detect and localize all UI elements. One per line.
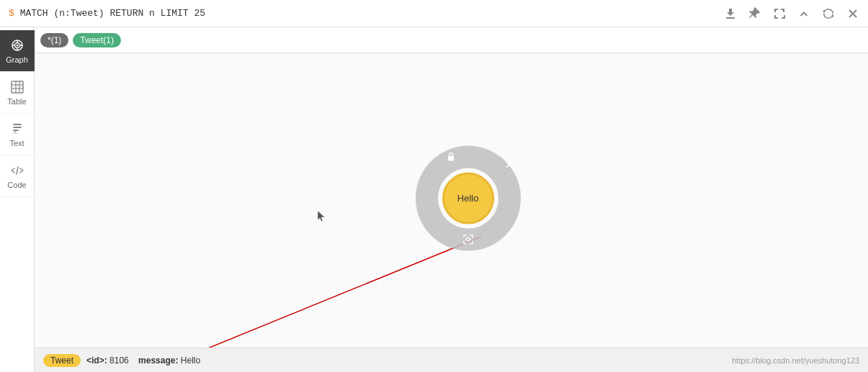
pin-icon[interactable]: [748, 7, 761, 20]
download-icon[interactable]: [724, 7, 737, 20]
cursor: [317, 210, 326, 224]
content-area: Hello: [35, 53, 868, 348]
top-bar: $ MATCH (n:Tweet) RETURN n LIMIT 25: [0, 0, 868, 27]
node-info: Tweet <id>: 8106 message: Hello: [43, 354, 200, 367]
count-badge[interactable]: *(1): [40, 33, 68, 47]
close-ring-icon[interactable]: [505, 160, 514, 168]
sidebar-label-graph: Graph: [6, 55, 28, 64]
sidebar-item-table[interactable]: Table: [0, 72, 35, 114]
refresh-icon[interactable]: [822, 7, 835, 20]
sidebar-label-table: Table: [7, 97, 26, 106]
bottom-bar: Tweet <id>: 8106 message: Hello https://…: [35, 348, 868, 372]
svg-rect-4: [12, 81, 23, 93]
message-key: message:: [138, 355, 178, 366]
node-label: Hello: [457, 193, 479, 204]
sidebar-label-code: Code: [7, 181, 26, 189]
sidebar-item-text[interactable]: A Text: [0, 114, 35, 155]
id-key: <id>:: [86, 355, 107, 366]
close-icon[interactable]: [846, 7, 859, 20]
svg-point-3: [16, 44, 18, 46]
node-ring: Hello: [407, 137, 529, 259]
fullscreen-icon[interactable]: [773, 7, 786, 20]
query-dollar: $: [9, 8, 14, 19]
id-value: 8106: [109, 355, 129, 366]
query-main: MATCH (n:Tweet) RETURN n LIMIT 25: [20, 8, 205, 19]
label-badge[interactable]: Tweet(1): [73, 33, 121, 47]
main-layout: Graph Table A Text Code: [0, 27, 868, 372]
sidebar-label-text: Text: [9, 139, 24, 148]
message-value: Hello: [181, 355, 200, 366]
bottom-url: https://blog.csdn.net/yueshutong123: [732, 356, 859, 365]
sidebar-item-graph[interactable]: Graph: [0, 30, 35, 72]
sidebar-item-code[interactable]: Code: [0, 155, 35, 197]
lock-ring-icon[interactable]: [446, 151, 456, 161]
collapse-icon[interactable]: [797, 7, 810, 20]
svg-rect-0: [726, 17, 735, 19]
svg-rect-13: [448, 155, 454, 160]
tabs-row: *(1) Tweet(1): [35, 27, 868, 53]
central-node[interactable]: Hello: [442, 172, 494, 224]
query-text: $ MATCH (n:Tweet) RETURN n LIMIT 25: [9, 8, 205, 19]
sidebar: Graph Table A Text Code: [0, 27, 35, 372]
node-type-badge: Tweet: [43, 354, 81, 367]
expand-ring-icon[interactable]: [462, 233, 474, 245]
top-bar-actions: [724, 7, 859, 20]
node-id-property: <id>: 8106 message: Hello: [86, 355, 200, 366]
svg-text:A: A: [12, 129, 17, 135]
